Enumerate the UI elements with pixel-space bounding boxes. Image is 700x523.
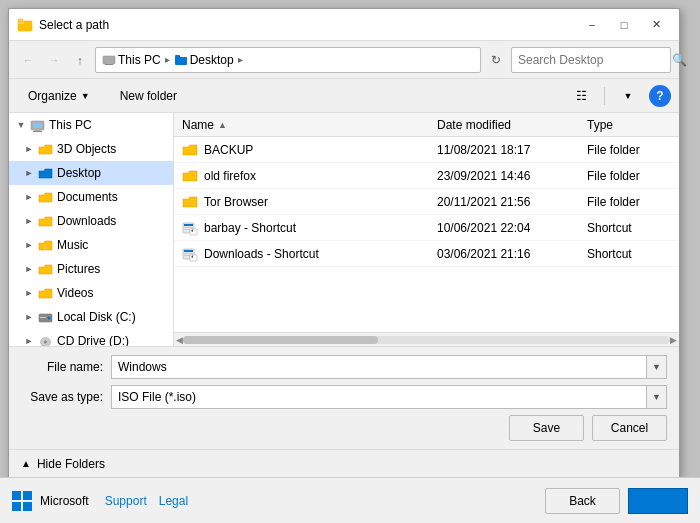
file-date-downloads-shortcut: 03/06/2021 21:16 — [429, 247, 579, 261]
svg-rect-2 — [18, 19, 23, 22]
back-nav-button[interactable]: ← — [17, 49, 39, 71]
taskbar-brand: Microsoft — [12, 491, 89, 511]
hide-folders-bar[interactable]: ▲ Hide Folders — [9, 449, 679, 477]
address-bar: ← → ↑ This PC ▸ Desktop ▸ ↻ 🔍 — [9, 41, 679, 79]
sidebar-item-desktop[interactable]: ► Desktop — [9, 161, 173, 185]
hscroll-thumb[interactable] — [183, 336, 378, 344]
file-row-backup[interactable]: BACKUP 11/08/2021 18:17 File folder — [174, 137, 679, 163]
sidebar-label-desktop: Desktop — [57, 166, 101, 180]
file-row-old-firefox[interactable]: old firefox 23/09/2021 14:46 File folder — [174, 163, 679, 189]
savetype-row: Save as type: ISO File (*.iso) ▼ — [21, 385, 667, 409]
save-button[interactable]: Save — [509, 415, 584, 441]
minimize-button[interactable]: − — [577, 13, 607, 37]
shortcut-icon-downloads — [182, 246, 198, 262]
new-folder-button[interactable]: New folder — [109, 83, 188, 109]
organize-button[interactable]: Organize ▼ — [17, 83, 101, 109]
path-this-pc[interactable]: This PC — [102, 53, 161, 67]
column-date-header[interactable]: Date modified — [429, 118, 579, 132]
file-row-barbay-shortcut[interactable]: barbay - Shortcut 10/06/2021 22:04 Short… — [174, 215, 679, 241]
cdrom-icon-d — [37, 333, 53, 346]
column-type-header[interactable]: Type — [579, 118, 679, 132]
pc-icon — [29, 117, 45, 133]
sidebar-item-downloads[interactable]: ► Downloads — [9, 209, 173, 233]
folder-icon-pictures — [37, 261, 53, 277]
maximize-button[interactable]: □ — [609, 13, 639, 37]
view-dropdown-button[interactable]: ▼ — [615, 83, 641, 109]
taskbar-next-button[interactable] — [628, 488, 688, 514]
file-label-backup: BACKUP — [204, 143, 253, 157]
sidebar-label-downloads: Downloads — [57, 214, 116, 228]
windows-logo-icon — [12, 491, 32, 511]
hscroll-left-arrow[interactable]: ◀ — [176, 335, 183, 345]
filename-row: File name: ▼ — [21, 355, 667, 379]
path-pc-label: This PC — [118, 53, 161, 67]
file-name-downloads-shortcut: Downloads - Shortcut — [174, 246, 429, 262]
sidebar: ▼ This PC ► 3D Objects ► Deskto — [9, 113, 174, 346]
filename-dropdown-button[interactable]: ▼ — [647, 355, 667, 379]
up-nav-button[interactable]: ↑ — [69, 49, 91, 71]
sidebar-item-this-pc[interactable]: ▼ This PC — [9, 113, 173, 137]
form-actions: Save Cancel — [21, 415, 667, 441]
toolbar: Organize ▼ New folder ☷ ▼ ? — [9, 79, 679, 113]
sidebar-item-cd-drive-d[interactable]: ► CD Drive (D:) — [9, 329, 173, 346]
taskbar-back-button[interactable]: Back — [545, 488, 620, 514]
view-dropdown-icon: ▼ — [624, 91, 633, 101]
sidebar-label-this-pc: This PC — [49, 118, 92, 132]
sidebar-item-pictures[interactable]: ► Pictures — [9, 257, 173, 281]
win-logo-q4 — [23, 502, 32, 511]
file-type-backup: File folder — [579, 143, 679, 157]
win-logo-q1 — [12, 491, 21, 500]
column-name-header[interactable]: Name ▲ — [174, 118, 429, 132]
sidebar-label-videos: Videos — [57, 286, 93, 300]
expand-icon-local-c: ► — [21, 309, 37, 325]
sidebar-label-local-c: Local Disk (C:) — [57, 310, 136, 324]
close-button[interactable]: ✕ — [641, 13, 671, 37]
sidebar-item-documents[interactable]: ► Documents — [9, 185, 173, 209]
taskbar-legal-link[interactable]: Legal — [159, 494, 188, 508]
expand-icon-documents: ► — [21, 189, 37, 205]
taskbar-brand-label: Microsoft — [40, 494, 89, 508]
file-name-tor-browser: Tor Browser — [174, 194, 429, 210]
file-row-tor-browser[interactable]: Tor Browser 20/11/2021 21:56 File folder — [174, 189, 679, 215]
folder-icon-downloads — [37, 213, 53, 229]
view-separator — [604, 87, 605, 105]
hscroll-track[interactable] — [183, 336, 670, 344]
path-desktop[interactable]: Desktop — [174, 53, 234, 67]
savetype-value: ISO File (*.iso) — [111, 385, 647, 409]
refresh-button[interactable]: ↻ — [485, 49, 507, 71]
file-row-downloads-shortcut[interactable]: Downloads - Shortcut 03/06/2021 21:16 Sh… — [174, 241, 679, 267]
hscroll-right-arrow[interactable]: ▶ — [670, 335, 677, 345]
sidebar-item-3d-objects[interactable]: ► 3D Objects — [9, 137, 173, 161]
expand-icon-pictures: ► — [21, 261, 37, 277]
view-button[interactable]: ☷ — [568, 83, 594, 109]
expand-icon-desktop: ► — [21, 165, 37, 181]
svg-rect-27 — [190, 255, 197, 261]
sidebar-label-music: Music — [57, 238, 88, 252]
file-name-old-firefox: old firefox — [174, 168, 429, 184]
horizontal-scrollbar[interactable]: ◀ ▶ — [174, 332, 679, 346]
file-date-tor-browser: 20/11/2021 21:56 — [429, 195, 579, 209]
path-sep-2: ▸ — [238, 54, 243, 65]
sidebar-item-videos[interactable]: ► Videos — [9, 281, 173, 305]
expand-icon-downloads: ► — [21, 213, 37, 229]
search-input[interactable] — [518, 53, 668, 67]
svg-point-14 — [47, 316, 50, 319]
svg-rect-10 — [34, 129, 41, 131]
sidebar-item-music[interactable]: ► ♪ Music — [9, 233, 173, 257]
sidebar-item-local-disk-c[interactable]: ► Local Disk (C:) — [9, 305, 173, 329]
expand-icon-videos: ► — [21, 285, 37, 301]
win-logo-q2 — [23, 491, 32, 500]
filename-input[interactable] — [111, 355, 647, 379]
shortcut-icon-barbay — [182, 220, 198, 236]
path-desktop-label: Desktop — [190, 53, 234, 67]
window-icon — [17, 17, 33, 33]
file-date-barbay-shortcut: 10/06/2021 22:04 — [429, 221, 579, 235]
forward-nav-button[interactable]: → — [43, 49, 65, 71]
taskbar-support-link[interactable]: Support — [105, 494, 147, 508]
drive-icon-c — [37, 309, 53, 325]
help-button[interactable]: ? — [649, 85, 671, 107]
title-bar: Select a path − □ ✕ — [9, 9, 679, 41]
svg-rect-15 — [40, 317, 46, 318]
cancel-button[interactable]: Cancel — [592, 415, 667, 441]
savetype-dropdown-button[interactable]: ▼ — [647, 385, 667, 409]
